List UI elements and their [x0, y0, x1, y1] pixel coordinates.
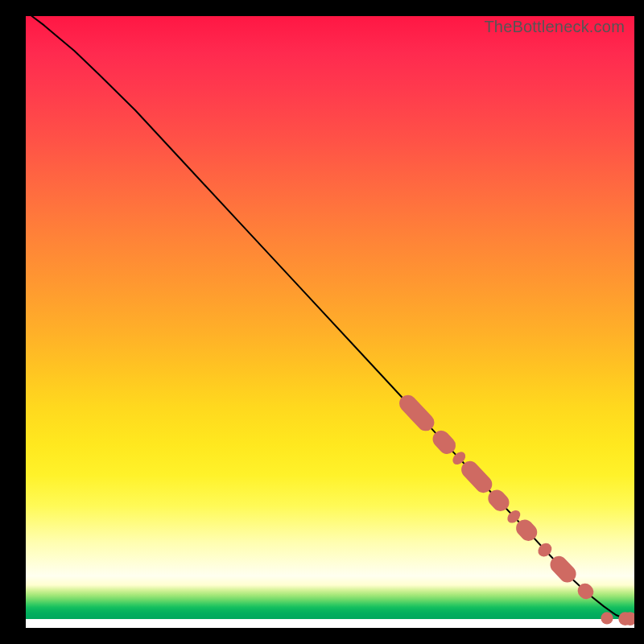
curve-line	[32, 16, 632, 619]
chart-container: TheBottleneck.com	[0, 0, 644, 644]
curve-path	[32, 16, 632, 619]
plot-area: TheBottleneck.com	[26, 16, 634, 628]
chart-overlay	[26, 16, 634, 628]
marker-dot	[601, 612, 613, 624]
curve-markers	[396, 391, 634, 625]
marker-pill	[396, 391, 438, 435]
